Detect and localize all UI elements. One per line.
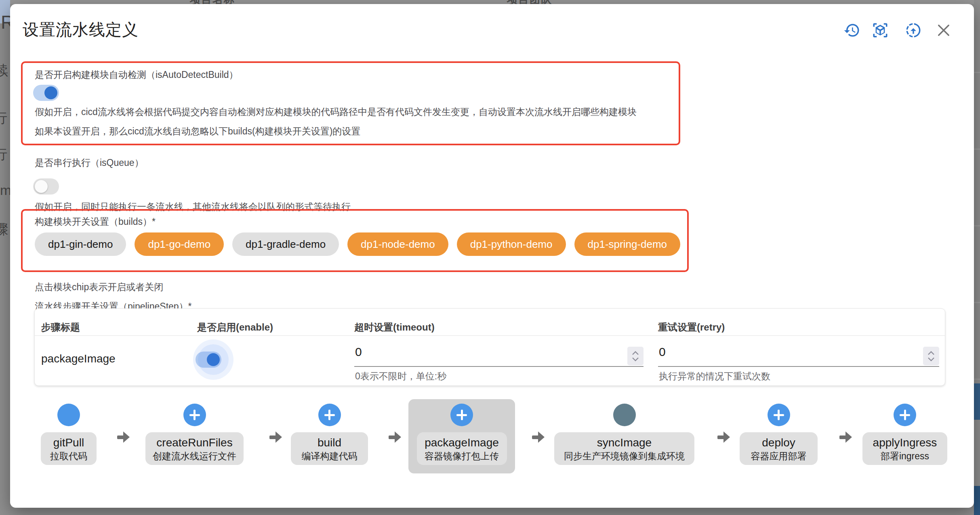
- step-desc: 容器镜像打包上传: [417, 450, 507, 463]
- flow-step-deploy[interactable]: deploy 容器应用部署: [740, 404, 818, 465]
- step-pill[interactable]: createRunFiles 创建流水线运行文件: [145, 432, 244, 465]
- close-button[interactable]: [935, 21, 953, 39]
- step-plus-icon[interactable]: [894, 404, 916, 426]
- step-pill[interactable]: packageImage 容器镜像打包上传: [417, 432, 507, 465]
- flow-arrow-icon: [269, 431, 283, 443]
- col-header-step-title: 步骤标题: [41, 321, 80, 334]
- flow-step-gitpull[interactable]: gitPull 拉取代码: [41, 404, 97, 465]
- build-chips-row: dp1-gin-demo dp1-go-demo dp1-gradle-demo…: [35, 232, 680, 256]
- step-name: deploy: [740, 435, 818, 450]
- flow-step-build[interactable]: build 编译构建代码: [291, 404, 368, 465]
- backdrop-left-strip: R 续 行 行 m 骤: [0, 0, 10, 515]
- step-pill[interactable]: syncImage 同步生产环境镜像到集成环境: [554, 432, 694, 465]
- backdrop-right-strip: [974, 0, 980, 515]
- col-header-retry: 重试设置(retry): [658, 321, 725, 334]
- step-enable-toggle[interactable]: [196, 352, 221, 368]
- toggle-thumb: [207, 353, 220, 366]
- step-pill[interactable]: applyIngress 部署ingress: [862, 432, 947, 465]
- step-desc: 创建流水线运行文件: [145, 450, 244, 463]
- backdrop-table-header: 项目名称 项目团队: [0, 0, 980, 4]
- backdrop-fragment: 行: [0, 145, 7, 164]
- flow-step-syncimage[interactable]: syncImage 同步生产环境镜像到集成环境: [554, 404, 694, 465]
- history-icon: [843, 22, 860, 39]
- chip-dp1-spring-demo[interactable]: dp1-spring-demo: [574, 232, 681, 256]
- timeout-stepper[interactable]: [627, 347, 644, 365]
- step-name: applyIngress: [862, 435, 947, 450]
- input-underline: [658, 366, 939, 367]
- chip-dp1-gin-demo[interactable]: dp1-gin-demo: [35, 232, 126, 256]
- backdrop-fragment: 续: [0, 61, 8, 80]
- retry-field: 执行异常的情况下重试次数: [658, 343, 939, 362]
- screen: 项目名称 项目团队 R 续 行 行 m 骤 设置流水线定义: [0, 0, 980, 515]
- retry-hint: 执行异常的情况下重试次数: [659, 370, 770, 383]
- step-pill[interactable]: deploy 容器应用部署: [740, 432, 818, 465]
- step-desc: 编译构建代码: [291, 450, 368, 463]
- step-desc: 同步生产环境镜像到集成环境: [554, 450, 694, 463]
- chevron-down-icon: [927, 357, 935, 362]
- retry-stepper[interactable]: [923, 347, 939, 365]
- chip-dp1-node-demo[interactable]: dp1-node-demo: [347, 232, 448, 256]
- step-dot-icon[interactable]: [57, 404, 80, 426]
- col-header-enable: 是否启用(enable): [197, 321, 273, 334]
- dialog-title: 设置流水线定义: [23, 19, 139, 41]
- chips-hint: 点击模块chip表示开启或者关闭: [35, 281, 163, 293]
- history-button[interactable]: [843, 21, 861, 39]
- close-icon: [935, 22, 952, 39]
- step-plus-icon[interactable]: [450, 404, 473, 426]
- chip-dp1-python-demo[interactable]: dp1-python-demo: [457, 232, 566, 256]
- backdrop-col-project-team: 项目团队: [507, 0, 552, 4]
- auto-detect-toggle[interactable]: [33, 85, 59, 101]
- chip-dp1-gradle-demo[interactable]: dp1-gradle-demo: [232, 232, 339, 256]
- flow-arrow-icon: [839, 431, 853, 443]
- backdrop-fragment: R: [1, 11, 10, 33]
- timeout-field: 0表示不限时，单位:秒: [354, 343, 644, 362]
- timeout-hint: 0表示不限时，单位:秒: [355, 370, 446, 383]
- backdrop-blue-row: [974, 486, 980, 515]
- backdrop-fragment: 骤: [0, 220, 8, 239]
- pipeline-step-table: 步骤标题 是否启用(enable) 超时设置(timeout) 重试设置(ret…: [34, 308, 945, 386]
- auto-detect-desc-2: 如果本设置开启，那么cicd流水线自动忽略以下builds(构建模块开关设置)的…: [35, 125, 360, 138]
- chip-dp1-go-demo[interactable]: dp1-go-demo: [135, 232, 224, 256]
- flow-arrow-icon: [717, 431, 731, 443]
- auto-detect-desc-1: 假如开启，cicd流水线将会根据代码提交内容自动检测对应构建模块的代码路径中是否…: [35, 106, 637, 118]
- flow-step-applyingress[interactable]: applyIngress 部署ingress: [862, 404, 947, 465]
- step-plus-icon[interactable]: [768, 404, 790, 426]
- table-divider: [35, 335, 945, 336]
- step-dot-icon[interactable]: [613, 404, 636, 426]
- step-plus-icon[interactable]: [183, 404, 206, 426]
- step-row-title: packageImage: [41, 352, 116, 365]
- retry-input[interactable]: [658, 343, 939, 362]
- flow-arrow-icon: [532, 431, 546, 443]
- toggle-thumb: [35, 180, 48, 193]
- publish-button[interactable]: [904, 21, 922, 39]
- backdrop-fragment: 行: [0, 109, 7, 128]
- step-name: syncImage: [554, 435, 694, 450]
- auto-detect-label: 是否开启构建模块自动检测（isAutoDetectBuild）: [35, 69, 238, 81]
- backdrop-blue-row: [974, 383, 980, 420]
- queue-toggle[interactable]: [33, 178, 59, 195]
- step-desc: 容器应用部署: [740, 450, 818, 463]
- step-desc: 拉取代码: [41, 450, 97, 463]
- col-header-timeout: 超时设置(timeout): [354, 321, 435, 334]
- flow-step-createrunfiles[interactable]: createRunFiles 创建流水线运行文件: [145, 404, 244, 465]
- progress-upload-icon: [905, 22, 922, 39]
- toggle-thumb: [44, 86, 57, 99]
- backdrop-col-project-name: 项目名称: [190, 0, 235, 4]
- input-underline: [354, 366, 644, 367]
- cube-scan-button[interactable]: [871, 21, 889, 39]
- chevron-up-icon: [631, 350, 639, 356]
- step-name: createRunFiles: [145, 435, 244, 450]
- step-name: gitPull: [41, 435, 97, 450]
- flow-arrow-icon: [389, 431, 402, 443]
- step-plus-icon[interactable]: [318, 404, 341, 426]
- step-pill[interactable]: build 编译构建代码: [291, 432, 368, 465]
- pipeline-definition-dialog: 设置流水线定义 是否开启构建模块自动检测（isAutoDetectBuild） …: [10, 4, 974, 508]
- step-pill[interactable]: gitPull 拉取代码: [41, 432, 97, 465]
- flow-step-packageimage[interactable]: packageImage 容器镜像打包上传: [408, 399, 515, 473]
- builds-label: 构建模块开关设置（builds）*: [35, 216, 156, 228]
- backdrop-fragment: m: [0, 182, 10, 198]
- timeout-input[interactable]: [354, 343, 644, 362]
- chevron-up-icon: [927, 350, 935, 356]
- step-desc: 部署ingress: [862, 450, 947, 463]
- queue-label: 是否串行执行（isQueue）: [35, 157, 144, 169]
